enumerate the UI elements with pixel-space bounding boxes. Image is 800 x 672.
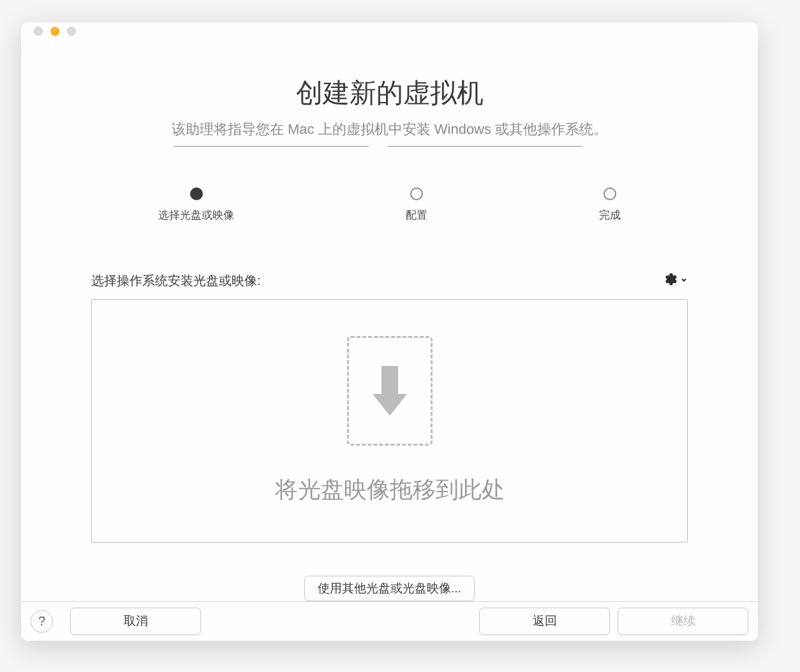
app-icon <box>50 27 59 36</box>
page-subtitle: 该助理将指导您在 Mac 上的虚拟机中安装 Windows 或其他操作系统。 <box>59 120 720 140</box>
footer: ? 取消 返回 继续 <box>21 601 758 641</box>
dropzone-text: 将光盘映像拖移到此处 <box>275 474 505 506</box>
image-dropzone[interactable]: 将光盘映像拖移到此处 <box>91 299 688 543</box>
section-header: 选择操作系统安装光盘或映像: <box>91 272 688 289</box>
chevron-down-icon <box>680 275 688 286</box>
choose-row: 使用其他光盘或光盘映像... <box>21 543 758 601</box>
disk-section: 选择操作系统安装光盘或映像: <box>21 223 758 543</box>
header: 创建新的虚拟机 该助理将指导您在 Mac 上的虚拟机中安装 Windows 或其… <box>21 40 758 140</box>
back-button[interactable]: 返回 <box>479 608 610 635</box>
options-dropdown[interactable] <box>664 272 688 289</box>
help-button[interactable]: ? <box>31 610 53 632</box>
page-title: 创建新的虚拟机 <box>59 75 720 111</box>
close-window-button[interactable] <box>34 27 43 36</box>
installer-window: 创建新的虚拟机 该助理将指导您在 Mac 上的虚拟机中安装 Windows 或其… <box>21 22 758 641</box>
cancel-button[interactable]: 取消 <box>70 608 201 635</box>
svg-rect-0 <box>381 366 398 394</box>
step-label: 配置 <box>406 208 427 223</box>
drop-target-icon <box>347 336 433 446</box>
choose-disk-button[interactable]: 使用其他光盘或光盘映像... <box>304 576 475 601</box>
svg-marker-1 <box>373 394 407 416</box>
gear-icon <box>664 272 678 289</box>
step-label: 选择光盘或映像 <box>158 208 234 223</box>
step-dot-active <box>190 187 203 200</box>
arrow-down-icon <box>367 362 412 420</box>
step-finish: 完成 <box>599 187 621 223</box>
maximize-window-button[interactable] <box>67 27 76 36</box>
step-select-disk: 选择光盘或映像 <box>158 187 234 223</box>
step-label: 完成 <box>599 208 621 223</box>
stepper: 选择光盘或映像 配置 完成 <box>21 140 758 223</box>
step-dot <box>604 187 616 200</box>
stepper-line <box>388 146 582 147</box>
continue-button[interactable]: 继续 <box>618 608 748 635</box>
section-label: 选择操作系统安装光盘或映像: <box>91 272 261 289</box>
step-configure: 配置 <box>406 187 427 223</box>
stepper-line <box>174 146 369 147</box>
titlebar <box>21 22 758 40</box>
step-dot <box>410 187 423 200</box>
